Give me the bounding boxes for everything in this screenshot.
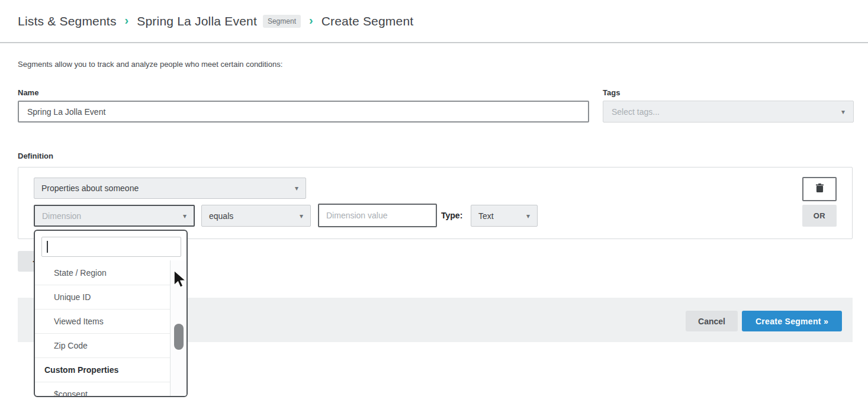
or-button[interactable]: OR	[802, 205, 837, 227]
name-label: Name	[18, 88, 38, 97]
dimension-placeholder: Dimension	[42, 211, 81, 221]
create-segment-button[interactable]: Create Segment »	[742, 311, 842, 331]
type-value: Text	[478, 211, 494, 221]
dimension-value-input[interactable]	[318, 204, 437, 227]
dimension-option-list: State / Region Unique ID Viewed Items Zi…	[35, 260, 170, 397]
condition-category-value: Properties about someone	[41, 183, 139, 193]
chevron-right-icon: ›	[309, 14, 313, 27]
breadcrumb-lists-segments[interactable]: Lists & Segments	[18, 14, 117, 28]
chevron-down-icon: ▾	[295, 185, 298, 192]
tags-select[interactable]: Select tags... ▾	[603, 101, 854, 123]
dropdown-scrollbar-thumb[interactable]	[174, 324, 184, 350]
tags-placeholder: Select tags...	[612, 107, 660, 117]
dropdown-option[interactable]: Unique ID	[35, 285, 170, 309]
dropdown-group-header: Custom Properties	[35, 357, 170, 382]
dropdown-option[interactable]: $consent	[35, 382, 170, 397]
dropdown-option[interactable]: State / Region	[35, 260, 170, 285]
text-caret	[47, 241, 48, 253]
dimension-search-input[interactable]	[41, 237, 181, 257]
breadcrumb-create-segment: Create Segment	[322, 14, 414, 28]
name-input[interactable]	[18, 101, 589, 123]
dropdown-option[interactable]: Viewed Items	[35, 309, 170, 333]
breadcrumb: Lists & Segments › Spring La Jolla Event…	[0, 0, 868, 43]
condition-category-select[interactable]: Properties about someone ▾	[34, 178, 306, 199]
tags-label: Tags	[603, 88, 620, 97]
condition-group-panel: Properties about someone ▾ Dimension ▾ e…	[18, 167, 853, 239]
chevron-down-icon: ▾	[183, 212, 187, 220]
type-label: Type:	[441, 211, 462, 220]
dropdown-option[interactable]: Zip Code	[35, 333, 170, 357]
chevron-down-icon: ▾	[841, 108, 845, 115]
chevron-down-icon: ▾	[526, 212, 530, 220]
breadcrumb-segment-name[interactable]: Spring La Jolla Event	[137, 14, 257, 28]
chevron-right-icon: ›	[125, 14, 129, 27]
dimension-select[interactable]: Dimension ▾	[34, 205, 195, 227]
intro-text: Segments allow you to track and analyze …	[18, 60, 282, 69]
trash-icon	[816, 183, 824, 195]
delete-condition-button[interactable]	[802, 177, 837, 201]
dimension-dropdown: State / Region Unique ID Viewed Items Zi…	[34, 230, 188, 397]
create-segment-page: Lists & Segments › Spring La Jolla Event…	[0, 0, 868, 406]
cancel-button[interactable]: Cancel	[686, 311, 738, 331]
definition-label: Definition	[18, 152, 53, 160]
operator-value: equals	[209, 211, 233, 221]
segment-type-badge: Segment	[263, 15, 301, 28]
dropdown-scrollbar-track[interactable]	[170, 260, 187, 397]
operator-select[interactable]: equals ▾	[201, 205, 311, 227]
chevron-down-icon: ▾	[300, 212, 303, 220]
type-select[interactable]: Text ▾	[471, 205, 538, 227]
